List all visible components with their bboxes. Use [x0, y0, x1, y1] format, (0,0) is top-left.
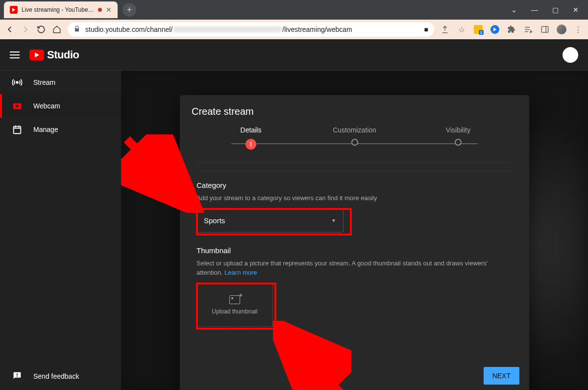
feedback-icon: [12, 370, 23, 383]
sidebar-item-stream[interactable]: Stream: [0, 71, 121, 94]
sidebar-label: Webcam: [33, 102, 60, 110]
chrome-menu-icon[interactable]: ⋮: [573, 25, 583, 34]
stepper: Details ! Customization Visibility: [180, 126, 529, 150]
window-dropdown-icon[interactable]: ⌄: [510, 6, 518, 14]
studio-logo[interactable]: Studio: [29, 49, 79, 61]
stream-icon: [12, 77, 23, 88]
svg-rect-5: [17, 373, 18, 375]
window-controls: ⌄ — ▢ ✕: [502, 0, 588, 20]
svg-rect-4: [14, 127, 21, 134]
account-avatar[interactable]: [563, 47, 578, 63]
window-close-button[interactable]: ✕: [571, 6, 580, 14]
svg-rect-0: [541, 26, 548, 32]
reload-button[interactable]: [36, 25, 46, 34]
recording-indicator-icon: [98, 8, 102, 12]
image-add-icon: [229, 295, 240, 304]
sidebar-label: Manage: [33, 126, 58, 133]
url-text: studio.youtube.com/channel/XXXXXXXXXXXXX…: [85, 26, 419, 33]
step-alert-icon: !: [245, 139, 256, 150]
category-title: Category: [196, 181, 513, 189]
sidebar-label: Stream: [33, 78, 55, 86]
category-description: Add your stream to a category so viewers…: [196, 193, 513, 203]
upload-label: Upload thumbnail: [212, 308, 257, 315]
step-customization[interactable]: Customization: [328, 126, 382, 150]
thumbnail-section: Thumbnail Select or upload a picture tha…: [196, 246, 513, 327]
new-tab-button[interactable]: +: [122, 3, 136, 17]
next-button[interactable]: NEXT: [484, 367, 519, 385]
home-button[interactable]: [52, 25, 62, 34]
learn-more-link[interactable]: Learn more: [224, 269, 257, 276]
forward-button[interactable]: [21, 25, 30, 34]
extension-keeper-icon[interactable]: [473, 25, 483, 34]
thumbnail-description: Select or upload a picture that represen…: [196, 259, 513, 278]
sidebar: Stream Webcam Manage Send feedback: [0, 71, 121, 390]
tab-title: Live streaming - YouTube Stu: [22, 6, 94, 13]
dialog-footer: NEXT: [180, 361, 529, 390]
create-stream-dialog: Create stream Details ! Customization Vi…: [180, 95, 529, 390]
svg-rect-6: [17, 376, 18, 377]
chevron-down-icon: ▼: [331, 218, 336, 223]
thumbnail-title: Thumbnail: [196, 246, 513, 255]
webcam-icon: [12, 101, 23, 111]
step-visibility[interactable]: Visibility: [431, 126, 485, 150]
category-select[interactable]: Sports ▼: [196, 209, 343, 233]
sidebar-item-manage[interactable]: Manage: [0, 118, 121, 141]
side-panel-icon[interactable]: [540, 25, 550, 34]
category-value: Sports: [204, 216, 225, 225]
window-titlebar: Live streaming - YouTube Stu ✕ + ⌄ — ▢ ✕: [0, 0, 588, 20]
bookmark-star-icon[interactable]: ☆: [457, 25, 466, 34]
step-details[interactable]: Details !: [224, 126, 278, 150]
browser-toolbar: studio.youtube.com/channel/XXXXXXXXXXXXX…: [0, 20, 588, 39]
send-feedback-button[interactable]: Send feedback: [0, 363, 121, 390]
app-header: Studio: [0, 39, 588, 71]
youtube-studio-app: Studio Stream Webcam Manage: [0, 39, 588, 390]
window-maximize-button[interactable]: ▢: [551, 6, 560, 14]
svg-point-3: [16, 104, 19, 107]
logo-text: Studio: [47, 49, 79, 61]
window-minimize-button[interactable]: —: [530, 6, 539, 14]
youtube-icon: [29, 50, 44, 60]
svg-point-1: [16, 81, 18, 83]
manage-icon: [12, 124, 23, 135]
category-section: Category Add your stream to a category s…: [196, 181, 513, 233]
profile-avatar-icon[interactable]: [557, 25, 566, 34]
browser-tab[interactable]: Live streaming - YouTube Stu ✕: [4, 1, 118, 18]
dialog-body[interactable]: Category Add your stream to a category s…: [180, 150, 529, 361]
extensions-puzzle-icon[interactable]: [507, 25, 516, 34]
extension-play-icon[interactable]: [490, 25, 500, 34]
back-button[interactable]: [5, 25, 15, 34]
menu-toggle-button[interactable]: [10, 50, 20, 60]
camera-indicator-icon[interactable]: ■: [424, 26, 428, 33]
dialog-title: Create stream: [180, 95, 529, 126]
tab-close-icon[interactable]: ✕: [106, 6, 112, 14]
feedback-label: Send feedback: [33, 372, 79, 380]
lock-icon: [74, 26, 80, 34]
youtube-favicon: [10, 6, 18, 14]
share-icon[interactable]: [440, 25, 450, 34]
upload-thumbnail-button[interactable]: Upload thumbnail: [196, 284, 273, 327]
address-bar[interactable]: studio.youtube.com/channel/XXXXXXXXXXXXX…: [68, 22, 434, 37]
music-queue-icon[interactable]: [523, 25, 533, 34]
sidebar-item-webcam[interactable]: Webcam: [0, 94, 121, 118]
prior-field-outline: [196, 162, 513, 171]
main-content: Create stream Details ! Customization Vi…: [121, 71, 588, 390]
